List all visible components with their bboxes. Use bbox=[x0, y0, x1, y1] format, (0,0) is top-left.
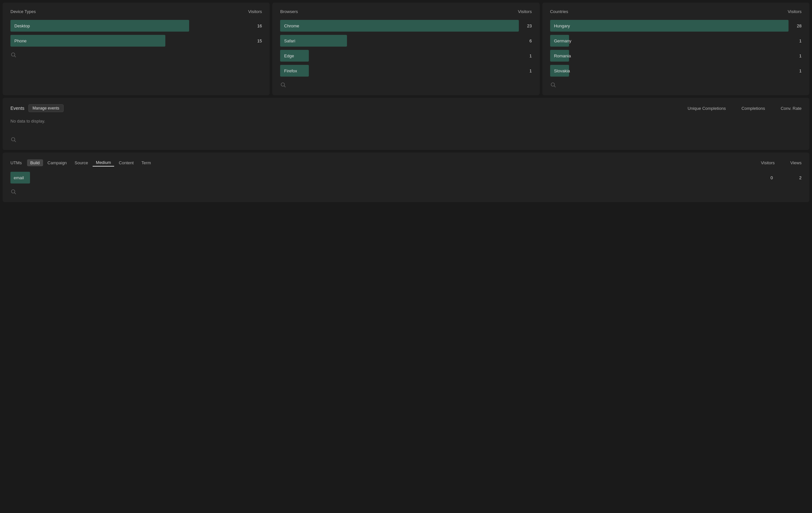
bar-value: 6 bbox=[524, 38, 532, 43]
bar-value: 16 bbox=[254, 24, 262, 28]
device-types-rows: Desktop 16 Phone 15 bbox=[10, 20, 262, 47]
search-icon[interactable] bbox=[10, 52, 16, 58]
bar-label: Hungary bbox=[554, 24, 570, 28]
search-icon[interactable] bbox=[550, 82, 556, 88]
table-row[interactable]: Hungary 28 bbox=[550, 20, 802, 32]
events-panel: Events Manage events Unique Completions … bbox=[3, 98, 809, 150]
bar-label: Phone bbox=[14, 38, 27, 43]
bar-label: Firefox bbox=[284, 68, 297, 73]
events-header-right: Unique Completions Completions Conv. Rat… bbox=[688, 106, 802, 111]
events-header-left: Events Manage events bbox=[10, 104, 64, 112]
bar-label: Safari bbox=[284, 38, 295, 43]
bar-label: Germany bbox=[554, 38, 571, 43]
utms-views-label: Views bbox=[790, 160, 802, 165]
utms-rows: email 0 2 bbox=[10, 172, 802, 183]
utms-header: UTMs BuildCampaignSourceMediumContentTer… bbox=[10, 159, 802, 167]
bar-container: Edge bbox=[280, 50, 519, 62]
bar-value: 1 bbox=[794, 38, 802, 43]
bar-fill bbox=[10, 35, 165, 47]
utms-search-wrap[interactable] bbox=[10, 189, 802, 195]
utms-tab-medium[interactable]: Medium bbox=[93, 159, 114, 167]
bar-value: 28 bbox=[794, 24, 802, 28]
search-icon[interactable] bbox=[10, 137, 16, 143]
bar-container: Desktop bbox=[10, 20, 249, 32]
table-row[interactable]: Phone 15 bbox=[10, 35, 262, 47]
device-types-header: Device Types Visitors bbox=[10, 9, 262, 14]
table-row[interactable]: Romania 1 bbox=[550, 50, 802, 62]
browsers-panel: Browsers Visitors Chrome 23 Safari 6 Edg… bbox=[272, 3, 540, 95]
bar-value: 1 bbox=[794, 54, 802, 58]
device-types-col-label: Visitors bbox=[248, 9, 262, 14]
svg-line-3 bbox=[284, 86, 286, 87]
no-data-text: No data to display. bbox=[10, 119, 802, 123]
utms-tab-term[interactable]: Term bbox=[138, 159, 154, 166]
countries-col-label: Visitors bbox=[788, 9, 802, 14]
bar-value: 1 bbox=[524, 68, 532, 73]
bar-container: Slovakia bbox=[550, 65, 788, 77]
top-panels-grid: Device Types Visitors Desktop 16 Phone 1… bbox=[0, 0, 812, 98]
countries-search-wrap[interactable] bbox=[550, 82, 802, 89]
utms-views-value: 2 bbox=[788, 175, 802, 180]
utms-tab-source[interactable]: Source bbox=[71, 159, 91, 166]
bar-fill bbox=[550, 20, 788, 32]
table-row[interactable]: Edge 1 bbox=[280, 50, 531, 62]
countries-rows: Hungary 28 Germany 1 Romania 1 Slovaki bbox=[550, 20, 802, 77]
bar-container: Firefox bbox=[280, 65, 519, 77]
device-types-panel: Device Types Visitors Desktop 16 Phone 1… bbox=[3, 3, 270, 95]
bar-value: 1 bbox=[794, 68, 802, 73]
utms-visitors-value: 0 bbox=[753, 175, 773, 180]
utms-tab-campaign[interactable]: Campaign bbox=[45, 159, 70, 166]
bar-label: Romania bbox=[554, 54, 571, 58]
events-search-wrap[interactable] bbox=[10, 137, 802, 143]
bar-container: Hungary bbox=[550, 20, 788, 32]
table-row[interactable]: Slovakia 1 bbox=[550, 65, 802, 77]
utms-title: UTMs bbox=[10, 160, 22, 165]
utms-tab-build[interactable]: Build bbox=[27, 159, 43, 166]
table-row[interactable]: Firefox 1 bbox=[280, 65, 531, 77]
device-types-search-wrap[interactable] bbox=[10, 52, 262, 59]
bar-value: 15 bbox=[254, 38, 262, 43]
svg-line-5 bbox=[554, 86, 555, 87]
table-row[interactable]: Germany 1 bbox=[550, 35, 802, 47]
utms-tab-content[interactable]: Content bbox=[115, 159, 137, 166]
browsers-header: Browsers Visitors bbox=[280, 9, 531, 14]
bar-container: Phone bbox=[10, 35, 249, 47]
completions-label: Completions bbox=[742, 106, 765, 111]
search-icon[interactable] bbox=[10, 189, 16, 194]
svg-line-7 bbox=[14, 141, 16, 142]
browsers-title: Browsers bbox=[280, 9, 298, 14]
bar-label: Slovakia bbox=[554, 68, 570, 73]
browsers-search-wrap[interactable] bbox=[280, 82, 531, 89]
bar-container: Safari bbox=[280, 35, 519, 47]
bar-container: Chrome bbox=[280, 20, 519, 32]
utms-visitors-label: Visitors bbox=[761, 160, 775, 165]
utms-header-left: UTMs BuildCampaignSourceMediumContentTer… bbox=[10, 159, 154, 167]
bar-label: Edge bbox=[284, 54, 294, 58]
events-title: Events bbox=[10, 105, 25, 111]
browsers-rows: Chrome 23 Safari 6 Edge 1 Firefox bbox=[280, 20, 531, 77]
countries-title: Countries bbox=[550, 9, 569, 14]
countries-header: Countries Visitors bbox=[550, 9, 802, 14]
svg-point-6 bbox=[11, 138, 15, 141]
bar-label: Desktop bbox=[14, 24, 30, 28]
table-row[interactable]: Safari 6 bbox=[280, 35, 531, 47]
bar-fill bbox=[10, 20, 189, 32]
svg-line-1 bbox=[14, 56, 16, 57]
svg-point-0 bbox=[11, 53, 15, 56]
table-row[interactable]: Chrome 23 bbox=[280, 20, 531, 32]
svg-point-8 bbox=[11, 190, 15, 193]
svg-point-4 bbox=[551, 83, 555, 86]
bar-container: Romania bbox=[550, 50, 788, 62]
utms-bar-label: email bbox=[14, 175, 24, 180]
utms-header-right: Visitors Views bbox=[761, 160, 802, 165]
utms-panel: UTMs BuildCampaignSourceMediumContentTer… bbox=[3, 153, 809, 202]
table-row[interactable]: email 0 2 bbox=[10, 172, 802, 183]
bar-value: 23 bbox=[524, 24, 532, 28]
bar-container: Germany bbox=[550, 35, 788, 47]
search-icon[interactable] bbox=[280, 82, 286, 88]
countries-panel: Countries Visitors Hungary 28 Germany 1 … bbox=[542, 3, 809, 95]
table-row[interactable]: Desktop 16 bbox=[10, 20, 262, 32]
manage-events-button[interactable]: Manage events bbox=[28, 104, 64, 112]
bar-value: 1 bbox=[524, 54, 532, 58]
conv-rate-label: Conv. Rate bbox=[781, 106, 802, 111]
